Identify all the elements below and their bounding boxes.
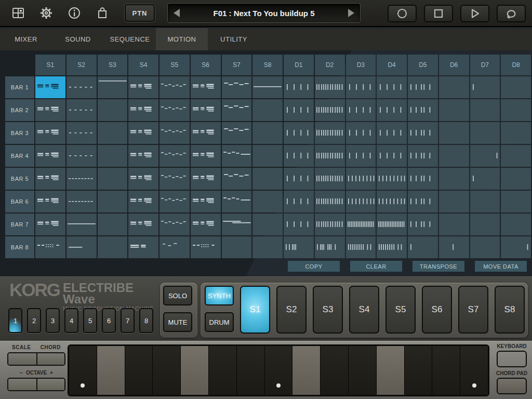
grid-cell-s1-bar6[interactable] — [35, 191, 65, 212]
row-label-bar-3[interactable]: BAR 3 — [5, 122, 34, 144]
grid-cell-d3-bar8[interactable] — [346, 236, 376, 258]
part-button-s5[interactable]: S5 — [385, 286, 416, 334]
grid-cell-d5-bar5[interactable] — [408, 168, 438, 190]
grid-cell-s5-bar8[interactable] — [159, 236, 190, 258]
grid-cell-d2-bar8[interactable] — [315, 236, 345, 258]
grid-cell-s3-bar8[interactable] — [98, 236, 128, 258]
grid-cell-s4-bar8[interactable] — [128, 236, 158, 258]
keyboard-key-8[interactable] — [265, 346, 293, 395]
grid-cell-d5-bar1[interactable] — [408, 76, 438, 98]
grid-cell-s1-bar1[interactable] — [35, 76, 65, 98]
grid-cell-s4-bar2[interactable] — [128, 99, 158, 121]
solo-button[interactable]: SOLO — [163, 286, 192, 305]
column-header-s6[interactable]: S6 — [191, 55, 221, 75]
grid-cell-d7-bar7[interactable] — [470, 214, 500, 235]
tab-motion[interactable]: MOTION — [156, 28, 208, 50]
grid-cell-s7-bar8[interactable] — [222, 236, 252, 258]
bag-icon[interactable] — [95, 5, 110, 21]
grid-cell-s8-bar4[interactable] — [252, 145, 283, 167]
grid-cell-d8-bar5[interactable] — [501, 168, 531, 190]
grid-cell-d1-bar2[interactable] — [284, 99, 314, 121]
pattern-number-1[interactable]: 1 — [8, 308, 22, 333]
grid-cell-s4-bar7[interactable] — [128, 214, 158, 235]
keyboard-key-6[interactable] — [209, 346, 237, 395]
keyboard-key-9[interactable] — [292, 346, 321, 395]
grid-cell-s5-bar7[interactable] — [159, 214, 190, 235]
grid-cell-d6-bar1[interactable] — [439, 76, 469, 98]
grid-cell-d5-bar7[interactable] — [408, 214, 438, 235]
grid-cell-s3-bar6[interactable] — [98, 191, 128, 212]
grid-cell-s1-bar3[interactable] — [35, 122, 65, 144]
grid-cell-d6-bar8[interactable] — [439, 236, 469, 258]
tab-sound[interactable]: SOUND — [52, 28, 104, 50]
grid-cell-d8-bar8[interactable] — [501, 236, 531, 258]
grid-cell-d5-bar2[interactable] — [408, 99, 438, 121]
play-button[interactable] — [460, 5, 489, 22]
keyboard-key-11[interactable] — [349, 346, 377, 395]
grid-cell-s2-bar7[interactable] — [66, 214, 97, 235]
grid-cell-s4-bar3[interactable] — [128, 122, 158, 144]
loop-button[interactable] — [497, 5, 526, 22]
grid-cell-s5-bar5[interactable] — [159, 168, 190, 190]
grid-cell-s2-bar8[interactable] — [66, 236, 97, 258]
column-header-s4[interactable]: S4 — [128, 55, 158, 75]
row-label-bar-1[interactable]: BAR 1 — [5, 76, 34, 98]
row-label-bar-8[interactable]: BAR 8 — [5, 236, 34, 258]
pattern-number-5[interactable]: 5 — [83, 308, 97, 333]
grid-cell-d3-bar3[interactable] — [346, 122, 376, 144]
grid-cell-s5-bar2[interactable] — [159, 99, 190, 121]
grid-cell-d8-bar4[interactable] — [501, 145, 531, 167]
grid-cell-s1-bar4[interactable] — [35, 145, 65, 167]
grid-cell-s6-bar4[interactable] — [191, 145, 221, 167]
grid-cell-d6-bar3[interactable] — [439, 122, 469, 144]
grid-cell-s2-bar2[interactable] — [66, 99, 97, 121]
keyboard-key-13[interactable] — [405, 346, 433, 395]
gear-icon[interactable] — [38, 5, 54, 21]
column-header-d6[interactable]: D6 — [439, 55, 469, 75]
grid-cell-d7-bar8[interactable] — [470, 236, 500, 258]
keyboard-key-15[interactable] — [460, 346, 488, 395]
grid-cell-s6-bar3[interactable] — [191, 122, 221, 144]
octave-up-button[interactable] — [36, 379, 64, 390]
grid-cell-d1-bar8[interactable] — [284, 236, 314, 258]
grid-cell-d8-bar2[interactable] — [501, 99, 531, 121]
synth-button[interactable]: SYNTH — [205, 286, 234, 305]
grid-cell-d1-bar6[interactable] — [284, 191, 314, 212]
grid-cell-s2-bar5[interactable] — [66, 168, 97, 190]
part-button-s1[interactable]: S1 — [240, 286, 270, 334]
column-header-s3[interactable]: S3 — [98, 55, 128, 75]
clear-button[interactable]: CLEAR — [350, 261, 402, 272]
grid-cell-d6-bar7[interactable] — [439, 214, 469, 235]
grid-cell-s7-bar1[interactable] — [222, 76, 252, 98]
grid-cell-s8-bar2[interactable] — [252, 99, 283, 121]
row-label-bar-6[interactable]: BAR 6 — [5, 191, 34, 212]
grid-cell-d4-bar1[interactable] — [377, 76, 407, 98]
mute-button[interactable]: MUTE — [163, 312, 192, 332]
grid-cell-s4-bar1[interactable] — [128, 76, 158, 98]
keyboard-key-4[interactable] — [153, 346, 181, 395]
keyboard-key-12[interactable] — [377, 346, 405, 395]
grid-cell-d3-bar1[interactable] — [346, 76, 376, 98]
keyboard-key-1[interactable] — [69, 346, 97, 395]
grid-cell-d8-bar1[interactable] — [501, 76, 531, 98]
pattern-number-3[interactable]: 3 — [46, 308, 60, 333]
grid-cell-s3-bar2[interactable] — [98, 99, 128, 121]
pattern-number-6[interactable]: 6 — [102, 308, 116, 333]
grid-cell-d4-bar8[interactable] — [377, 236, 407, 258]
column-header-s5[interactable]: S5 — [159, 55, 190, 75]
grid-cell-d2-bar2[interactable] — [315, 99, 345, 121]
column-header-d3[interactable]: D3 — [346, 55, 376, 75]
grid-cell-s3-bar1[interactable] — [98, 76, 128, 98]
grid-cell-d3-bar4[interactable] — [346, 145, 376, 167]
part-button-s7[interactable]: S7 — [458, 286, 488, 334]
pattern-number-8[interactable]: 8 — [139, 308, 153, 333]
grid-cell-d4-bar5[interactable] — [377, 168, 407, 190]
grid-cell-d1-bar4[interactable] — [284, 145, 314, 167]
pattern-number-2[interactable]: 2 — [27, 308, 41, 333]
grid-cell-d6-bar2[interactable] — [439, 99, 469, 121]
grid-cell-d2-bar4[interactable] — [315, 145, 345, 167]
grid-cell-s6-bar2[interactable] — [191, 99, 221, 121]
grid-cell-d1-bar3[interactable] — [284, 122, 314, 144]
column-header-d7[interactable]: D7 — [470, 55, 500, 75]
grid-cell-d3-bar7[interactable] — [346, 214, 376, 235]
